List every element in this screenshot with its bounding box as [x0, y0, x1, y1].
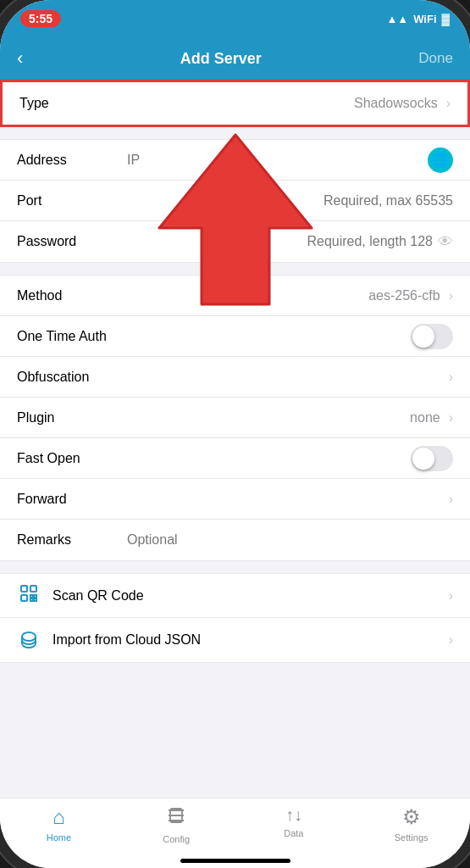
tab-config[interactable]: Config — [118, 805, 235, 844]
done-button[interactable]: Done — [418, 50, 453, 67]
port-label: Port — [17, 193, 127, 209]
port-cell[interactable]: Port — [0, 181, 470, 221]
port-input[interactable] — [127, 193, 453, 209]
import-cloud-cell[interactable]: Import from Cloud JSON › — [0, 618, 470, 662]
plugin-cell[interactable]: Plugin none › — [0, 398, 470, 438]
one-time-auth-cell: One Time Auth — [0, 316, 470, 357]
fast-open-label: Fast Open — [17, 451, 127, 466]
svg-rect-2 — [30, 586, 36, 592]
page-title: Add Server — [180, 50, 262, 68]
svg-point-8 — [22, 632, 36, 641]
scan-qr-icon — [17, 583, 41, 608]
type-label: Type — [19, 96, 130, 111]
divider-3 — [0, 561, 470, 573]
import-cloud-label: Import from Cloud JSON — [53, 632, 434, 648]
fast-open-cell: Fast Open — [0, 438, 470, 479]
back-button[interactable]: ‹ — [17, 47, 23, 70]
type-value: Shadowsocks — [354, 96, 438, 111]
password-value: 👁 — [127, 233, 453, 251]
status-bar: 5:55 ▲▲ WiFi ▓ — [0, 0, 470, 37]
nav-bar: ‹ Add Server Done — [0, 37, 470, 80]
scan-qr-chevron: › — [449, 588, 453, 604]
password-cell[interactable]: Password 👁 — [0, 221, 470, 262]
remarks-cell[interactable]: Remarks — [0, 520, 470, 560]
svg-rect-5 — [34, 595, 36, 598]
svg-rect-7 — [34, 598, 36, 601]
scan-qr-label: Scan QR Code — [53, 588, 434, 604]
import-cloud-chevron: › — [449, 632, 453, 648]
config-label: Config — [163, 834, 190, 844]
obfuscation-value: › — [127, 370, 453, 385]
one-time-auth-label: One Time Auth — [17, 329, 127, 344]
fast-open-value — [127, 446, 453, 471]
svg-rect-4 — [30, 595, 33, 598]
data-label: Data — [284, 828, 303, 838]
plugin-label: Plugin — [17, 410, 127, 426]
obfuscation-label: Obfuscation — [17, 370, 127, 385]
method-value: aes-256-cfb › — [127, 288, 453, 303]
wifi-icon: WiFi — [413, 13, 436, 25]
fields-group-1: Address 🌐 Port Password 👁 — [0, 139, 470, 263]
svg-rect-3 — [21, 595, 27, 601]
signal-icon: ▲▲ — [386, 13, 408, 25]
method-chevron: › — [449, 288, 453, 303]
divider-1 — [0, 127, 470, 139]
forward-label: Forward — [17, 492, 127, 507]
phone-frame: 5:55 ▲▲ WiFi ▓ ‹ Add Server Done Type Sh… — [0, 0, 470, 868]
one-time-auth-value — [127, 324, 453, 349]
forward-cell[interactable]: Forward › — [0, 479, 470, 520]
one-time-auth-toggle[interactable] — [411, 324, 453, 349]
type-section: Type Shadowsocks › — [0, 80, 470, 127]
tab-data[interactable]: ↑↓ Data — [235, 805, 353, 838]
scan-qr-cell[interactable]: Scan QR Code › — [0, 574, 470, 618]
eye-icon[interactable]: 👁 — [438, 233, 453, 251]
tab-bar: ⌂ Home Config ↑↓ Data ⚙ Settings — [0, 798, 470, 868]
address-value: 🌐 — [127, 147, 453, 173]
data-icon: ↑↓ — [285, 805, 302, 825]
type-chevron: › — [446, 96, 451, 111]
plugin-value: none › — [127, 410, 453, 426]
fields-group-2: Method aes-256-cfb › One Time Auth Obfus… — [0, 275, 470, 561]
battery-icon: ▓ — [442, 13, 450, 25]
remarks-input[interactable] — [127, 532, 453, 548]
address-input[interactable] — [127, 153, 423, 168]
divider-2 — [0, 263, 470, 275]
forward-value: › — [127, 492, 453, 507]
settings-label: Settings — [395, 832, 429, 843]
obfuscation-chevron: › — [449, 370, 453, 385]
obfuscation-cell[interactable]: Obfuscation › — [0, 357, 470, 398]
config-icon — [166, 805, 186, 831]
home-notch — [180, 859, 290, 863]
remarks-label: Remarks — [17, 532, 127, 548]
plugin-chevron: › — [449, 410, 453, 426]
status-time: 5:55 — [20, 10, 61, 27]
forward-chevron: › — [449, 492, 453, 507]
type-cell[interactable]: Type Shadowsocks › — [3, 82, 467, 125]
password-label: Password — [17, 234, 127, 249]
content-area: Type Shadowsocks › Address 🌐 Port — [0, 80, 470, 798]
svg-rect-1 — [21, 586, 27, 592]
divider-4 — [0, 663, 470, 675]
plugin-text: none — [410, 410, 440, 426]
type-value-container: Shadowsocks › — [130, 96, 451, 111]
tab-settings[interactable]: ⚙ Settings — [352, 805, 470, 843]
fast-open-toggle[interactable] — [411, 446, 453, 471]
svg-rect-6 — [30, 598, 33, 601]
tab-home[interactable]: ⌂ Home — [0, 805, 118, 843]
import-cloud-icon — [17, 628, 41, 653]
address-label: Address — [17, 153, 127, 168]
address-cell[interactable]: Address 🌐 — [0, 140, 470, 181]
globe-icon: 🌐 — [428, 147, 453, 173]
home-icon: ⌂ — [53, 805, 65, 829]
method-text: aes-256-cfb — [368, 288, 440, 303]
home-label: Home — [47, 832, 71, 843]
password-input[interactable] — [127, 234, 433, 249]
actions-group: Scan QR Code › Import from Cloud JSON › — [0, 573, 470, 663]
method-cell[interactable]: Method aes-256-cfb › — [0, 275, 470, 316]
settings-icon: ⚙ — [402, 805, 421, 829]
method-label: Method — [17, 288, 127, 303]
status-icons: ▲▲ WiFi ▓ — [386, 13, 450, 25]
